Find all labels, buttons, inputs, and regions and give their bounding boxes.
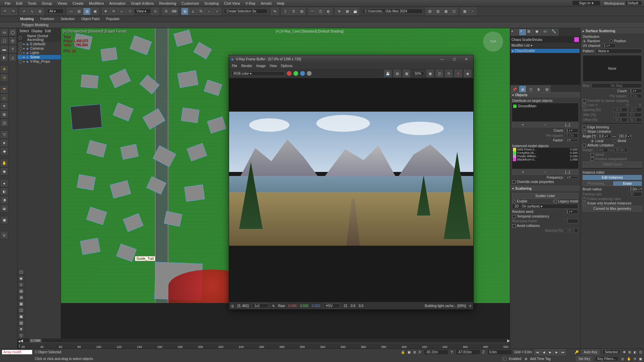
scale-icon[interactable]: ▱ <box>118 8 125 15</box>
coord-y[interactable]: -67.815m <box>456 350 480 354</box>
time-slider[interactable]: ◀1 / 499▶ <box>20 339 510 343</box>
se-btn5[interactable]: ⊞ <box>18 294 24 300</box>
align-icon[interactable]: ▯ <box>282 8 289 15</box>
material-editor-icon[interactable]: ◐ <box>325 8 332 15</box>
se-select[interactable]: Select <box>19 29 29 33</box>
isolate-icon[interactable]: ▣ <box>408 350 411 354</box>
ribbon-objectpaint[interactable]: Object Paint <box>81 17 99 21</box>
menu-grapheditors[interactable]: Graph Editors <box>128 0 157 6</box>
render-setup-icon[interactable]: ⚙ <box>335 8 343 15</box>
menu-tools[interactable]: Tools <box>25 0 39 6</box>
lt-select-icon[interactable]: ▭ <box>0 28 8 37</box>
target-groundmain[interactable]: GroundMain <box>513 104 578 108</box>
vfb-ab-icon[interactable]: ▦ <box>403 70 410 77</box>
menu-arnold[interactable]: Arnold <box>258 0 274 6</box>
se-btn2[interactable]: ◉ <box>18 275 24 281</box>
lockv-checkbox[interactable] <box>583 104 586 107</box>
lt-light-icon[interactable]: ☀ <box>0 65 8 73</box>
menu-help[interactable]: Help <box>274 0 287 6</box>
inst-more-button[interactable]: [...] <box>557 170 578 175</box>
rollout-surface-scattering[interactable]: ▸ Surface Scattering <box>581 28 644 34</box>
inst-blackthorn[interactable]: Blackthorn 0...1.000 <box>512 158 578 161</box>
tree-item-lights[interactable]: ▸◆Lights <box>17 51 61 55</box>
se-btn11[interactable]: ▽ <box>18 333 24 339</box>
menu-create[interactable]: Create <box>70 0 86 6</box>
play-icon[interactable]: ▶ <box>547 349 553 355</box>
select-region-icon[interactable]: ▦ <box>83 8 91 15</box>
se-btn4[interactable]: ▤ <box>18 288 24 294</box>
select-name-icon[interactable]: ▤ <box>75 8 83 15</box>
selection-set-dropdown[interactable]: Create Selection Se <box>224 9 268 14</box>
placement-icon[interactable]: ☉ <box>126 8 133 15</box>
coord-z[interactable]: 0.0m <box>488 350 512 354</box>
mod-unique-icon[interactable]: ◫ <box>527 85 534 93</box>
keymode-dropdown[interactable]: Selected <box>602 350 620 355</box>
scatter-lister-button[interactable]: Scatter Lister <box>512 193 578 199</box>
edge-trimming-checkbox[interactable] <box>583 126 586 129</box>
vfb-refresh-icon[interactable]: ⟳ <box>445 70 452 77</box>
lt-orbit-icon[interactable]: ◉ <box>0 167 8 176</box>
tab-display-icon[interactable]: ▭ <box>543 29 550 36</box>
close-icon[interactable]: ✕ <box>461 57 471 61</box>
toggle-ribbon-icon[interactable]: ▤ <box>298 8 305 15</box>
convert-geometry-button[interactable]: Convert to Max geometry <box>583 206 642 212</box>
map-button[interactable]: No Map <box>591 83 642 88</box>
goto-start-icon[interactable]: ⏮ <box>534 349 540 355</box>
target-factor-spinner[interactable]: ▲▼ <box>565 139 578 141</box>
manip-icon[interactable]: ☰ <box>162 8 170 15</box>
keyfilters-button[interactable]: Key Filters... <box>595 356 619 361</box>
render-icon[interactable]: ☕ <box>352 8 359 15</box>
slope-checkbox[interactable] <box>583 130 586 133</box>
menu-civilview[interactable]: Civil View <box>221 0 243 6</box>
se-btn10[interactable]: ▼ <box>18 326 24 332</box>
window-crossing-icon[interactable]: ▣ <box>91 8 99 15</box>
lt-help-icon[interactable]: ? <box>8 45 17 53</box>
enable-checkbox[interactable] <box>512 200 516 203</box>
vfb-fit-icon[interactable]: ▣ <box>426 70 434 77</box>
viewport-label[interactable]: [+] [Perspective] [Standard] [Edged Face… <box>63 29 126 33</box>
tree-item-scene[interactable]: ▸◆Scene <box>17 55 61 59</box>
maxscript-listener[interactable]: Array modifi <box>2 350 32 354</box>
mod-config-icon[interactable]: ▤ <box>543 85 550 93</box>
camera-viewport-label[interactable]: [+] [V-Ray_Cam] [Standard] [Default Shad… <box>276 29 343 33</box>
vfb-scale[interactable]: 1x1 <box>252 303 269 308</box>
workspace-dropdown[interactable]: Default <box>625 1 642 6</box>
vfb-save-icon[interactable]: 💾 <box>384 70 391 77</box>
lt-sys-icon[interactable]: ◫ <box>0 119 8 127</box>
vfb-render-area[interactable] <box>229 78 473 302</box>
vfb-menu-options[interactable]: Options <box>281 64 292 68</box>
goto-end-icon[interactable]: ⏭ <box>560 349 566 355</box>
lock-selection-icon[interactable]: ⊞ <box>413 350 416 354</box>
lt-mat2-icon[interactable]: ◐ <box>0 187 8 196</box>
rotate-icon[interactable]: ⟳ <box>110 8 117 15</box>
object-color-swatch[interactable] <box>574 37 579 42</box>
maximize-icon[interactable]: ▢ <box>449 57 459 61</box>
lt-hand-icon[interactable]: ✋ <box>0 159 8 167</box>
addtimetag-icon[interactable]: ⊕ <box>525 357 527 361</box>
lt-misc2-icon[interactable]: ▼ <box>0 139 8 147</box>
vfb-gamma-icon[interactable]: ↯ <box>272 304 275 308</box>
inst-purple-willow[interactable]: Purple Willow...0.230 <box>512 155 578 158</box>
vfb-menu-icon[interactable]: ≡ <box>469 304 471 308</box>
lt-misc3-icon[interactable]: ◆ <box>0 147 8 156</box>
lt-cyl-icon[interactable]: ◎ <box>8 37 17 45</box>
brush-radius-spinner[interactable]: 2.0m▲▼ <box>629 187 642 191</box>
angle-snap-icon[interactable]: ∠ <box>189 8 197 15</box>
target-add-button[interactable]: + <box>512 122 534 127</box>
lt-helper-icon[interactable]: ✦ <box>0 102 8 110</box>
curve-editor-icon[interactable]: 〰 <box>309 8 316 15</box>
lt-target-icon[interactable]: ☼ <box>0 94 8 102</box>
lt-space-icon[interactable]: ⊞ <box>0 110 8 119</box>
vfb-menu-view[interactable]: View <box>270 64 277 68</box>
nav-8-icon[interactable]: ▣ <box>639 357 642 361</box>
nav-4-icon[interactable]: ⊡ <box>639 350 642 354</box>
prev-frame-icon[interactable]: ◀ <box>541 349 547 355</box>
edit-named-icon[interactable]: ✓ <box>213 8 221 15</box>
menu-edit[interactable]: Edit <box>13 0 25 6</box>
menu-scripting[interactable]: Scripting <box>202 0 221 6</box>
snap-icon[interactable]: ▦ <box>181 8 189 15</box>
vfb-zoom[interactable]: 50% <box>412 71 424 76</box>
nav-2-icon[interactable]: ⊞ <box>628 350 631 354</box>
vfb-menu-render[interactable]: Render <box>241 64 252 68</box>
link-icon[interactable]: ⇗ <box>20 8 28 15</box>
